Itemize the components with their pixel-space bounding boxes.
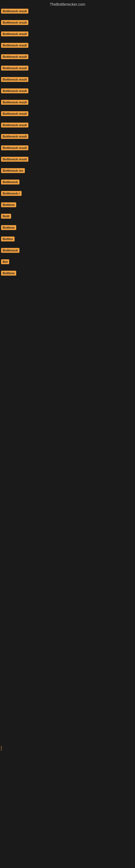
- list-item: Bottleneck result: [1, 61, 135, 73]
- bottleneck-badge[interactable]: Bottlene: [1, 203, 16, 207]
- list-item: Bottleneck result: [1, 152, 135, 164]
- bottleneck-list: Bottleneck resultBottleneck resultBottle…: [0, 8, 135, 278]
- list-item: Bottlene: [1, 198, 135, 209]
- bottleneck-badge[interactable]: Bottleneck result: [1, 145, 28, 150]
- list-item: Bottleneck result: [1, 118, 135, 130]
- list-item: Bottleneck result: [1, 8, 135, 16]
- bottleneck-badge[interactable]: Bottleneck result: [1, 123, 28, 127]
- list-item: Bottleneck res: [1, 164, 135, 175]
- bottleneck-badge[interactable]: Bottleneck result: [1, 20, 28, 25]
- list-item: Bottlen: [1, 232, 135, 244]
- list-item: Bottleneck result: [1, 50, 135, 61]
- list-item: Bottleneck result: [1, 38, 135, 50]
- bottleneck-badge[interactable]: Bottleneck res: [1, 168, 25, 173]
- bottleneck-badge[interactable]: Bottl: [1, 214, 11, 219]
- site-title: TheBottlenecker.com: [50, 2, 85, 6]
- list-item: Bottlene: [1, 221, 135, 232]
- bottleneck-badge[interactable]: Bottleneck result: [1, 31, 28, 36]
- bottleneck-badge[interactable]: Bottleneck result: [1, 157, 28, 162]
- list-item: Bottleneck r: [1, 187, 135, 198]
- list-item: Bottleneck result: [1, 107, 135, 118]
- list-item: Bottleneck result: [1, 95, 135, 107]
- bottleneck-badge[interactable]: Bottleneck: [1, 180, 19, 184]
- list-item: Bottleneck result: [1, 130, 135, 141]
- bottleneck-badge[interactable]: Bottleneck result: [1, 134, 28, 139]
- bottleneck-badge[interactable]: Bottleneck: [1, 248, 19, 253]
- bottleneck-badge[interactable]: Bottleneck result: [1, 77, 28, 82]
- list-item: Bottl: [1, 209, 135, 221]
- list-item: Bottleneck: [1, 244, 135, 255]
- list-item: Bottleneck result: [1, 84, 135, 95]
- list-item: Bottlene: [1, 267, 135, 278]
- bottleneck-badge[interactable]: Bottleneck result: [1, 66, 28, 70]
- list-item: Bot: [1, 255, 135, 267]
- bottleneck-badge[interactable]: Bottleneck result: [1, 43, 28, 48]
- list-item: Bottleneck result: [1, 27, 135, 38]
- bottleneck-badge[interactable]: Bottleneck r: [1, 191, 21, 196]
- tiny-score-label: score: [1, 746, 2, 750]
- bottleneck-badge[interactable]: Bottleneck result: [1, 111, 28, 116]
- bottleneck-badge[interactable]: Bottlen: [1, 237, 14, 241]
- bottleneck-badge[interactable]: Bot: [1, 259, 9, 264]
- site-header: TheBottlenecker.com: [0, 0, 135, 8]
- bottleneck-badge[interactable]: Bottlene: [1, 225, 16, 230]
- bottleneck-badge[interactable]: Bottleneck result: [1, 54, 28, 59]
- bottleneck-badge[interactable]: Bottlene: [1, 271, 16, 276]
- list-item: Bottleneck result: [1, 141, 135, 152]
- list-item: Bottleneck: [1, 175, 135, 187]
- list-item: Bottleneck result: [1, 16, 135, 27]
- bottleneck-badge[interactable]: Bottleneck result: [1, 9, 28, 13]
- bottleneck-badge[interactable]: Bottleneck result: [1, 100, 28, 105]
- list-item: Bottleneck result: [1, 73, 135, 84]
- bottleneck-badge[interactable]: Bottleneck result: [1, 88, 28, 93]
